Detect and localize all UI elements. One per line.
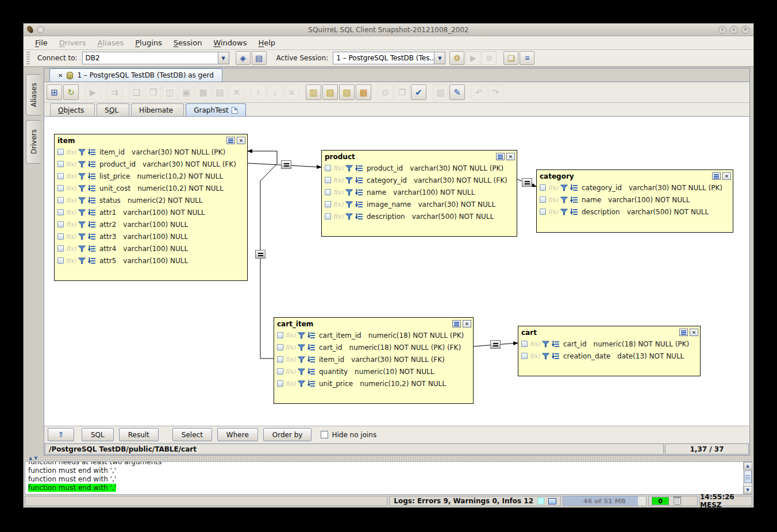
move-up-icon[interactable]: ↑	[251, 84, 266, 100]
function-icon[interactable]: f(x)	[530, 353, 540, 359]
column-checkbox[interactable]	[325, 213, 331, 219]
sidebar-tab-drivers[interactable]: Drivers	[26, 120, 41, 164]
filter-icon[interactable]	[298, 368, 305, 375]
session-properties-icon[interactable]: ⚙	[449, 51, 464, 65]
table-columns-icon[interactable]	[679, 329, 688, 336]
filter-icon[interactable]	[78, 245, 86, 252]
new-session-window-icon[interactable]: ❑	[503, 51, 518, 65]
column-row[interactable]: f(x)namevarchar(100) NOT NULL	[537, 194, 733, 206]
column-row[interactable]: f(x)statusnumeric(2) NOT NULL	[55, 194, 247, 206]
new-file-icon[interactable]: ❑	[129, 84, 144, 100]
find-icon[interactable]: ⊙	[378, 84, 393, 100]
table-columns-icon[interactable]	[496, 153, 505, 160]
filter-icon[interactable]	[345, 201, 353, 208]
order-icon[interactable]	[88, 233, 96, 240]
order-icon[interactable]	[355, 177, 363, 184]
sidebar-tab-aliases[interactable]: Aliases	[26, 74, 41, 115]
close-file-icon[interactable]: ✕	[229, 84, 244, 100]
order-icon[interactable]	[552, 353, 560, 360]
print-icon[interactable]: ▤	[212, 84, 228, 100]
function-icon[interactable]: f(x)	[333, 177, 343, 183]
column-checkbox[interactable]	[57, 257, 64, 264]
column-row[interactable]: f(x)cart_idnumeric(18) NOT NULL (PK) (FK…	[274, 341, 473, 353]
splitter-arrows-icon[interactable]: ▲▼	[29, 456, 39, 461]
entity-table-product[interactable]: product✕f(x)product_idvarchar(30) NOT NU…	[321, 150, 517, 237]
order-icon[interactable]	[88, 257, 96, 264]
order-icon[interactable]	[355, 165, 363, 172]
table-close-icon[interactable]: ✕	[237, 137, 245, 144]
select-table-icon[interactable]: ▧	[322, 84, 338, 100]
menu-item[interactable]: File	[29, 37, 53, 48]
column-row[interactable]: f(x)attr4varchar(100) NULL	[55, 242, 247, 255]
function-icon[interactable]: f(x)	[66, 245, 76, 252]
column-row[interactable]: f(x)list_pricenumeric(10,2) NOT NULL	[55, 170, 247, 182]
column-checkbox[interactable]	[57, 149, 64, 155]
books-icon[interactable]: ▥	[433, 84, 448, 100]
order-icon[interactable]	[307, 368, 316, 375]
function-icon[interactable]: f(x)	[286, 380, 295, 387]
order-icon[interactable]	[552, 341, 560, 348]
column-checkbox[interactable]	[277, 344, 283, 350]
column-row[interactable]: f(x)attr2varchar(100) NULL	[55, 218, 247, 230]
paste-table-icon[interactable]: ▦	[356, 84, 371, 100]
order-icon[interactable]	[355, 213, 363, 220]
column-row[interactable]: f(x)unit_pricenumeric(10,2) NOT NULL	[274, 377, 473, 390]
order-icon[interactable]	[570, 209, 578, 215]
table-close-icon[interactable]: ✕	[463, 320, 471, 327]
entity-table-header[interactable]: product✕	[322, 151, 517, 162]
filter-icon[interactable]	[78, 197, 86, 204]
scrollbar-thumb[interactable]	[744, 471, 752, 483]
filter-icon[interactable]	[298, 380, 305, 387]
function-icon[interactable]: f(x)	[530, 341, 540, 347]
filter-icon[interactable]	[78, 161, 86, 168]
join-equal-button[interactable]	[522, 178, 532, 187]
cancel-session-icon[interactable]: ⊘	[482, 51, 497, 65]
filter-icon[interactable]	[78, 233, 86, 240]
entity-table-cart_item[interactable]: cart_item✕f(x)cart_item_idnumeric(18) NO…	[274, 317, 474, 404]
function-icon[interactable]: f(x)	[66, 161, 76, 167]
column-checkbox[interactable]	[277, 368, 283, 375]
graph-mode-button[interactable]: SQL	[82, 428, 114, 441]
menu-item[interactable]: Aliases	[92, 37, 130, 48]
column-row[interactable]: f(x)attr3varchar(100) NULL	[55, 230, 247, 242]
order-icon[interactable]	[307, 332, 316, 339]
column-row[interactable]: f(x)attr1varchar(100) NOT NULL	[55, 206, 247, 218]
function-icon[interactable]: f(x)	[333, 213, 343, 219]
view-tab[interactable]: Hibernate	[131, 103, 184, 116]
filter-icon[interactable]	[78, 257, 86, 264]
entity-table-header[interactable]: cart✕	[518, 326, 700, 338]
graph-mode-button[interactable]: Order by	[263, 428, 312, 441]
function-icon[interactable]: f(x)	[548, 196, 558, 203]
function-icon[interactable]: f(x)	[66, 197, 76, 203]
menu-item[interactable]: Help	[252, 37, 281, 48]
run-icon[interactable]: ▶	[85, 84, 101, 100]
column-row[interactable]: f(x)product_idvarchar(30) NOT NULL (FK)	[55, 158, 247, 170]
garbage-collect-icon[interactable]	[674, 498, 681, 505]
rollback-icon[interactable]: ↻	[63, 84, 79, 100]
column-row[interactable]: f(x)creation_datedate(13) NOT NULL	[518, 350, 700, 362]
table-columns-icon[interactable]	[226, 137, 235, 144]
save-icon[interactable]: ▣	[179, 84, 194, 100]
scroll-up-icon[interactable]: ▲	[744, 462, 752, 470]
function-icon[interactable]: f(x)	[286, 332, 295, 338]
filter-icon[interactable]	[78, 209, 86, 216]
column-checkbox[interactable]	[521, 341, 528, 347]
entity-table-header[interactable]: category✕	[537, 170, 733, 182]
column-row[interactable]: f(x)image_namevarchar(30) NOT NULL	[322, 198, 517, 210]
filter-icon[interactable]	[78, 149, 86, 156]
log-viewer-icon[interactable]	[548, 498, 556, 504]
function-icon[interactable]: f(x)	[66, 209, 76, 215]
chevron-down-icon[interactable]: ▼	[434, 52, 445, 64]
filter-icon[interactable]	[298, 356, 305, 363]
function-icon[interactable]: f(x)	[66, 257, 76, 264]
column-checkbox[interactable]	[277, 380, 283, 387]
log-scrollbar[interactable]: ▲ ▼	[743, 462, 752, 494]
order-icon[interactable]	[307, 380, 316, 387]
entity-table-item[interactable]: item✕f(x)item_idvarchar(30) NOT NULL (PK…	[54, 134, 248, 281]
column-row[interactable]: f(x)attr5varchar(100) NULL	[55, 255, 247, 267]
filter-icon[interactable]	[560, 184, 568, 191]
order-icon[interactable]	[88, 149, 96, 156]
scrollbar-track[interactable]	[744, 470, 752, 486]
filter-icon[interactable]	[560, 209, 568, 215]
column-checkbox[interactable]	[325, 165, 331, 171]
